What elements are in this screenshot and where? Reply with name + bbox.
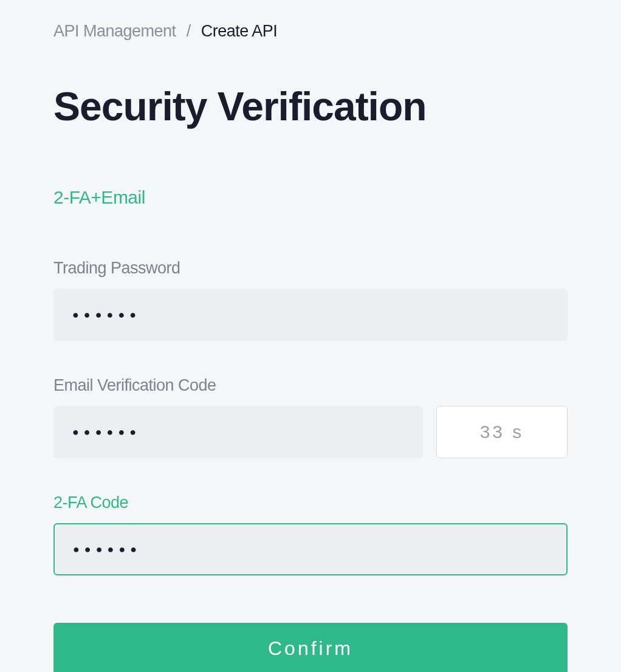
- breadcrumb: API Management / Create API: [53, 22, 568, 41]
- field-twofa-code: 2-FA Code ●●●●●●: [53, 493, 568, 575]
- breadcrumb-item-prev[interactable]: API Management: [53, 22, 176, 40]
- resend-countdown-button: 33 s: [436, 406, 568, 458]
- trading-password-input[interactable]: ●●●●●●: [53, 289, 568, 341]
- verification-method: 2-FA+Email: [53, 187, 568, 208]
- field-email-code: Email Verification Code ●●●●●● 33 s: [53, 376, 568, 458]
- field-trading-password: Trading Password ●●●●●●: [53, 259, 568, 341]
- breadcrumb-item-current: Create API: [201, 22, 278, 40]
- page-title: Security Verification: [53, 84, 568, 129]
- email-code-input[interactable]: ●●●●●●: [53, 406, 423, 458]
- email-code-label: Email Verification Code: [53, 376, 568, 395]
- email-code-value: ●●●●●●: [72, 406, 141, 458]
- twofa-code-value: ●●●●●●: [73, 523, 142, 575]
- confirm-button[interactable]: Confirm: [53, 623, 568, 672]
- trading-password-label: Trading Password: [53, 259, 568, 278]
- twofa-code-input[interactable]: ●●●●●●: [53, 523, 568, 575]
- trading-password-value: ●●●●●●: [72, 289, 141, 341]
- twofa-code-label: 2-FA Code: [53, 493, 568, 512]
- breadcrumb-separator: /: [187, 22, 191, 40]
